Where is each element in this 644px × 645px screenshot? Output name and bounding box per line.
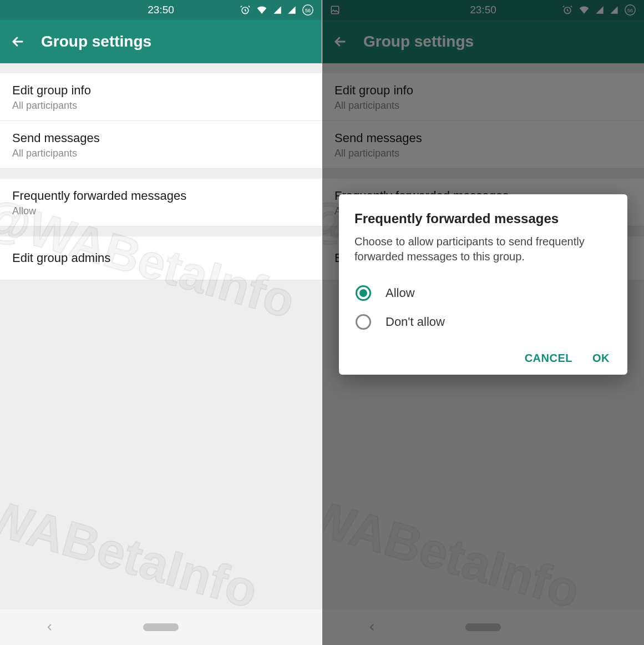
item-sub: Allow [12,205,310,217]
watermark: @WABetaInfo [0,474,263,609]
screen-left: 23:50 56 Group settings Edit group info … [0,0,322,645]
radio-icon [356,314,371,330]
item-title: Send messages [12,131,310,145]
radio-option-dont-allow[interactable]: Don't allow [354,308,612,336]
svg-text:56: 56 [305,8,311,13]
signal-icon-1 [273,6,282,14]
item-title: Edit group admins [12,251,310,265]
nav-home-pill[interactable] [143,623,179,631]
setting-send-messages[interactable]: Send messages All participants [0,121,322,169]
dialog-description: Choose to allow participants to send fre… [354,234,612,264]
battery-icon: 56 [302,4,314,16]
item-sub: All participants [12,148,310,159]
radio-option-allow[interactable]: Allow [354,279,612,308]
dialog-title: Frequently forwarded messages [354,211,612,226]
app-bar: Group settings [0,20,322,63]
alarm-icon [240,4,251,16]
nav-back-icon[interactable] [44,622,54,632]
item-title: Edit group info [12,83,310,98]
status-bar: 23:50 56 [0,0,322,20]
item-sub: All participants [12,100,310,112]
setting-edit-group-admins[interactable]: Edit group admins [0,236,322,280]
screen-right: 23:50 56 Group settings Edit group info … [322,0,644,645]
radio-label: Allow [386,286,415,300]
cancel-button[interactable]: CANCEL [525,352,572,365]
setting-edit-group-info[interactable]: Edit group info All participants [0,73,322,121]
ok-button[interactable]: OK [592,352,610,365]
navigation-bar [0,609,322,645]
wifi-icon [256,4,267,16]
item-title: Frequently forwarded messages [12,189,310,203]
signal-icon-2 [287,6,296,14]
setting-frequently-forwarded[interactable]: Frequently forwarded messages Allow [0,179,322,226]
radio-icon [356,285,371,301]
back-icon[interactable] [10,34,26,49]
dialog-frequently-forwarded: Frequently forwarded messages Choose to … [339,194,627,375]
status-time: 23:50 [148,4,174,16]
settings-list: Edit group info All participants Send me… [0,63,322,609]
dialog-actions: CANCEL OK [354,352,612,365]
page-title: Group settings [41,33,151,51]
radio-label: Don't allow [386,315,445,329]
